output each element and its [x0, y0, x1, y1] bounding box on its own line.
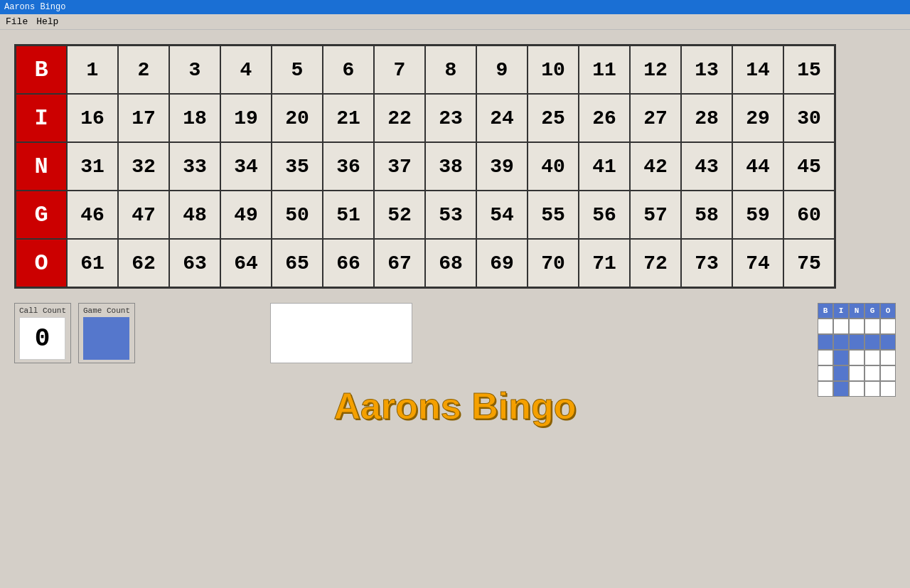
bingo-cell-46[interactable]: 46 — [67, 191, 118, 239]
bingo-cell-34[interactable]: 34 — [220, 142, 272, 191]
bingo-cell-12[interactable]: 12 — [630, 46, 681, 94]
bingo-board: B 1 2 3 4 5 6 7 8 9 10 11 12 13 14 15 I … — [14, 44, 836, 289]
bingo-cell-23[interactable]: 23 — [425, 94, 476, 142]
bingo-cell-26[interactable]: 26 — [579, 94, 630, 142]
bingo-cell-22[interactable]: 22 — [374, 94, 425, 142]
bingo-cell-51[interactable]: 51 — [323, 191, 374, 239]
bingo-cell-56[interactable]: 56 — [579, 191, 630, 239]
bingo-cell-64[interactable]: 64 — [220, 239, 272, 287]
bingo-cell-30[interactable]: 30 — [783, 94, 835, 142]
bingo-header-b: B — [16, 46, 67, 94]
bingo-cell-49[interactable]: 49 — [220, 191, 272, 239]
menu-file[interactable]: File — [6, 16, 28, 27]
bingo-cell-73[interactable]: 73 — [681, 239, 732, 287]
call-count-value: 0 — [19, 317, 65, 360]
bingo-cell-75[interactable]: 75 — [783, 239, 835, 287]
bingo-header-g: G — [16, 191, 67, 239]
bingo-cell-27[interactable]: 27 — [630, 94, 681, 142]
pattern-cell-1-4 — [864, 319, 880, 334]
bingo-cell-47[interactable]: 47 — [118, 191, 169, 239]
bingo-row-g: G 46 47 48 49 50 51 52 53 54 55 56 57 58… — [16, 191, 835, 239]
bingo-cell-69[interactable]: 69 — [476, 239, 528, 287]
bingo-cell-17[interactable]: 17 — [118, 94, 169, 142]
bingo-cell-62[interactable]: 62 — [118, 239, 169, 287]
bingo-cell-36[interactable]: 36 — [323, 142, 374, 191]
bingo-cell-40[interactable]: 40 — [528, 142, 579, 191]
bingo-cell-20[interactable]: 20 — [272, 94, 323, 142]
bingo-cell-7[interactable]: 7 — [374, 46, 425, 94]
pattern-cell-4-4 — [864, 365, 880, 381]
bingo-cell-58[interactable]: 58 — [681, 191, 732, 239]
bingo-cell-1[interactable]: 1 — [67, 46, 118, 94]
bingo-cell-24[interactable]: 24 — [476, 94, 528, 142]
bingo-cell-19[interactable]: 19 — [220, 94, 272, 142]
bingo-cell-29[interactable]: 29 — [732, 94, 783, 142]
bingo-cell-54[interactable]: 54 — [476, 191, 528, 239]
bingo-cell-14[interactable]: 14 — [732, 46, 783, 94]
bingo-cell-60[interactable]: 60 — [783, 191, 835, 239]
bingo-cell-61[interactable]: 61 — [67, 239, 118, 287]
pattern-cell-3-1 — [818, 350, 833, 365]
pattern-row-2 — [818, 334, 896, 350]
bingo-cell-21[interactable]: 21 — [323, 94, 374, 142]
bingo-cell-63[interactable]: 63 — [169, 239, 220, 287]
bingo-cell-53[interactable]: 53 — [425, 191, 476, 239]
bingo-cell-32[interactable]: 32 — [118, 142, 169, 191]
bingo-cell-70[interactable]: 70 — [528, 239, 579, 287]
bingo-cell-65[interactable]: 65 — [272, 239, 323, 287]
bingo-cell-52[interactable]: 52 — [374, 191, 425, 239]
bingo-cell-13[interactable]: 13 — [681, 46, 732, 94]
pattern-cell-2-1 — [818, 334, 833, 350]
app-title-text: Aarons Bingo — [14, 385, 896, 427]
bingo-cell-10[interactable]: 10 — [528, 46, 579, 94]
menu-help[interactable]: Help — [36, 16, 58, 27]
bingo-cell-66[interactable]: 66 — [323, 239, 374, 287]
bingo-cell-37[interactable]: 37 — [374, 142, 425, 191]
bingo-cell-2[interactable]: 2 — [118, 46, 169, 94]
bingo-cell-35[interactable]: 35 — [272, 142, 323, 191]
bingo-cell-25[interactable]: 25 — [528, 94, 579, 142]
bingo-cell-44[interactable]: 44 — [732, 142, 783, 191]
bingo-cell-45[interactable]: 45 — [783, 142, 835, 191]
bingo-cell-28[interactable]: 28 — [681, 94, 732, 142]
bingo-cell-42[interactable]: 42 — [630, 142, 681, 191]
bingo-cell-59[interactable]: 59 — [732, 191, 783, 239]
bingo-cell-68[interactable]: 68 — [425, 239, 476, 287]
bingo-cell-11[interactable]: 11 — [579, 46, 630, 94]
pattern-row-1 — [818, 319, 896, 334]
bingo-cell-72[interactable]: 72 — [630, 239, 681, 287]
pattern-cell-4-2 — [833, 365, 849, 381]
bingo-cell-3[interactable]: 3 — [169, 46, 220, 94]
bingo-cell-38[interactable]: 38 — [425, 142, 476, 191]
bingo-cell-50[interactable]: 50 — [272, 191, 323, 239]
pattern-header-b: B — [818, 303, 833, 319]
game-count-label: Game Count — [83, 306, 130, 315]
menu-bar: File Help — [0, 14, 910, 30]
pattern-cell-5-5 — [880, 381, 896, 397]
call-count-label: Call Count — [19, 306, 66, 315]
bingo-cell-6[interactable]: 6 — [323, 46, 374, 94]
bingo-cell-5[interactable]: 5 — [272, 46, 323, 94]
bingo-cell-18[interactable]: 18 — [169, 94, 220, 142]
bingo-cell-39[interactable]: 39 — [476, 142, 528, 191]
bingo-cell-16[interactable]: 16 — [67, 94, 118, 142]
bingo-cell-55[interactable]: 55 — [528, 191, 579, 239]
bingo-cell-48[interactable]: 48 — [169, 191, 220, 239]
bingo-cell-41[interactable]: 41 — [579, 142, 630, 191]
bingo-cell-9[interactable]: 9 — [476, 46, 528, 94]
bingo-cell-57[interactable]: 57 — [630, 191, 681, 239]
bingo-header-o: O — [16, 239, 67, 287]
pattern-cell-3-5 — [880, 350, 896, 365]
bingo-cell-71[interactable]: 71 — [579, 239, 630, 287]
bingo-cell-4[interactable]: 4 — [220, 46, 272, 94]
bingo-cell-31[interactable]: 31 — [67, 142, 118, 191]
pattern-cell-3-4 — [864, 350, 880, 365]
bingo-cell-15[interactable]: 15 — [783, 46, 835, 94]
pattern-cell-1-3 — [849, 319, 864, 334]
bingo-cell-33[interactable]: 33 — [169, 142, 220, 191]
bingo-cell-74[interactable]: 74 — [732, 239, 783, 287]
bingo-cell-8[interactable]: 8 — [425, 46, 476, 94]
bingo-row-i: I 16 17 18 19 20 21 22 23 24 25 26 27 28… — [16, 94, 835, 142]
bingo-cell-67[interactable]: 67 — [374, 239, 425, 287]
bingo-cell-43[interactable]: 43 — [681, 142, 732, 191]
